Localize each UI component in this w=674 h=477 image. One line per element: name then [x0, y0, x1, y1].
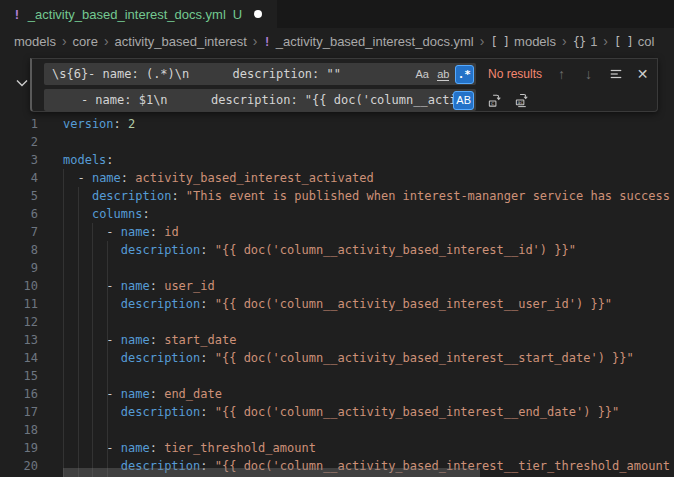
breadcrumb-label: models [14, 34, 56, 49]
code-line: 6 columns: [0, 205, 674, 223]
breadcrumb-separator-icon: › [104, 35, 109, 48]
code-line-content[interactable]: - name: tier_threshold_amount [63, 439, 316, 457]
breadcrumb-label: _activity_based_interest_docs.yml [276, 34, 474, 49]
yaml-file-icon: ! [263, 35, 270, 49]
indent-guide [107, 241, 108, 477]
code-line: 14 description: "{{ doc('column__activit… [0, 349, 674, 367]
breadcrumb-label: models [514, 34, 556, 49]
breadcrumb-item[interactable]: [ ]col [614, 34, 654, 49]
previous-match-icon[interactable]: ↑ [553, 66, 570, 83]
code-line: 4 - name: activity_based_interest_activa… [0, 169, 674, 187]
match-case-toggle-icon[interactable]: Aa [413, 65, 432, 84]
horizontal-scrollbar[interactable] [63, 468, 480, 477]
code-line: 15 [0, 367, 674, 385]
code-line-content[interactable]: - name: id [63, 223, 179, 241]
code-line-content[interactable]: - name: end_date [63, 385, 222, 403]
line-number: 16 [0, 385, 38, 403]
line-number: 9 [0, 259, 38, 277]
code-line: 12 [0, 313, 674, 331]
breadcrumb-item[interactable]: core [73, 34, 98, 49]
code-line: 16 - name: end_date [0, 385, 674, 403]
breadcrumb-separator-icon: › [253, 35, 258, 48]
unsaved-changes-dot-icon[interactable] [254, 10, 262, 18]
code-line-content[interactable]: - name: start_date [63, 331, 236, 349]
tab-title: _activity_based_interest_docs.yml [28, 7, 226, 22]
code-line-content[interactable]: description: "{{ doc('column__activity_b… [63, 403, 619, 421]
breadcrumb-label: 1 [590, 34, 597, 49]
breadcrumb-item[interactable]: models [14, 34, 56, 49]
line-number: 3 [0, 151, 38, 169]
regex-toggle-icon[interactable]: .* [455, 65, 474, 84]
breadcrumb-separator-icon: › [62, 35, 67, 48]
line-number: 10 [0, 277, 38, 295]
code-line-content[interactable]: columns: [63, 205, 150, 223]
tab-bar: ! _activity_based_interest_docs.yml U [0, 0, 674, 28]
code-line-content[interactable]: - name: activity_based_interest_activate… [63, 169, 374, 187]
line-number: 1 [0, 115, 38, 133]
line-number: 15 [0, 367, 38, 385]
whole-word-toggle-icon[interactable]: ab [434, 65, 453, 84]
symbol-array-icon: [ ] [490, 35, 509, 49]
breadcrumb-item[interactable]: !_activity_based_interest_docs.yml [263, 34, 473, 49]
replace-one-icon[interactable]: c [485, 91, 503, 109]
svg-text:ac: ac [517, 100, 523, 105]
breadcrumb-label: core [73, 34, 98, 49]
code-line: 13 - name: start_date [0, 331, 674, 349]
code-line: 3models: [0, 151, 674, 169]
line-number: 19 [0, 439, 38, 457]
symbol-object-icon: {} [573, 35, 585, 49]
line-number: 20 [0, 457, 38, 475]
breadcrumb-item[interactable]: activity_based_interest [115, 34, 247, 49]
code-line: 1version: 2 [0, 115, 674, 133]
line-number: 13 [0, 331, 38, 349]
line-number: 8 [0, 241, 38, 259]
next-match-icon[interactable]: ↓ [580, 66, 597, 83]
indent-guide [92, 223, 93, 477]
code-line: 17 description: "{{ doc('column__activit… [0, 403, 674, 421]
git-untracked-badge: U [233, 7, 242, 22]
line-number: 12 [0, 313, 38, 331]
breadcrumb-label: col [638, 34, 655, 49]
code-line: 19 - name: tier_threshold_amount [0, 439, 674, 457]
preserve-case-toggle-icon[interactable]: AB [453, 91, 474, 110]
code-line: 9 [0, 259, 674, 277]
code-line-content[interactable]: - name: user_id [63, 277, 215, 295]
code-line: 7 - name: id [0, 223, 674, 241]
symbol-array-icon: [ ] [614, 35, 633, 49]
find-input[interactable]: \s{6}- name: (.*)\n description: "" Aa a… [44, 63, 476, 85]
line-number: 4 [0, 169, 38, 187]
find-in-selection-icon[interactable] [607, 66, 624, 83]
code-line: 2 [0, 133, 674, 151]
line-number: 14 [0, 349, 38, 367]
breadcrumb-separator-icon: › [603, 35, 608, 48]
breadcrumb-separator-icon: › [480, 35, 485, 48]
indent-guide [63, 169, 64, 477]
code-line: 18 [0, 421, 674, 439]
find-replace-widget: \s{6}- name: (.*)\n description: "" Aa a… [30, 58, 658, 112]
line-number: 2 [0, 133, 38, 151]
yaml-file-icon: ! [13, 7, 21, 22]
breadcrumb-item[interactable]: {}1 [573, 34, 598, 49]
code-line: 11 description: "{{ doc('column__activit… [0, 295, 674, 313]
code-line-content[interactable]: description: "{{ doc('column__activity_b… [63, 241, 576, 259]
line-number: 11 [0, 295, 38, 313]
tab-active-file[interactable]: ! _activity_based_interest_docs.yml U [0, 0, 277, 28]
line-number: 6 [0, 205, 38, 223]
replace-input[interactable]: - name: $1\n description: "{{ doc('colum… [44, 89, 476, 111]
code-line-content[interactable]: version: 2 [63, 115, 135, 133]
code-line-content[interactable]: description: "{{ doc('column__activity_b… [63, 349, 634, 367]
editor-code-area[interactable]: 1version: 223models:4 - name: activity_b… [0, 115, 674, 475]
find-input-value[interactable]: \s{6}- name: (.*)\n description: "" [52, 67, 413, 81]
breadcrumb-label: activity_based_interest [115, 34, 247, 49]
code-line-content[interactable]: models: [63, 151, 114, 169]
breadcrumb-separator-icon: › [562, 35, 567, 48]
code-line-content[interactable]: description: "This event is published wh… [63, 187, 670, 205]
line-number: 17 [0, 403, 38, 421]
breadcrumb-item[interactable]: [ ]models [490, 34, 556, 49]
replace-all-icon[interactable]: ac [512, 91, 530, 109]
replace-input-value[interactable]: - name: $1\n description: "{{ doc('colum… [52, 93, 453, 107]
breadcrumb: models›core›activity_based_interest›!_ac… [0, 28, 674, 55]
toggle-replace-chevron-icon[interactable] [15, 77, 29, 89]
code-line-content[interactable]: description: "{{ doc('column__activity_b… [63, 295, 612, 313]
close-find-widget-icon[interactable]: ✕ [634, 66, 651, 83]
